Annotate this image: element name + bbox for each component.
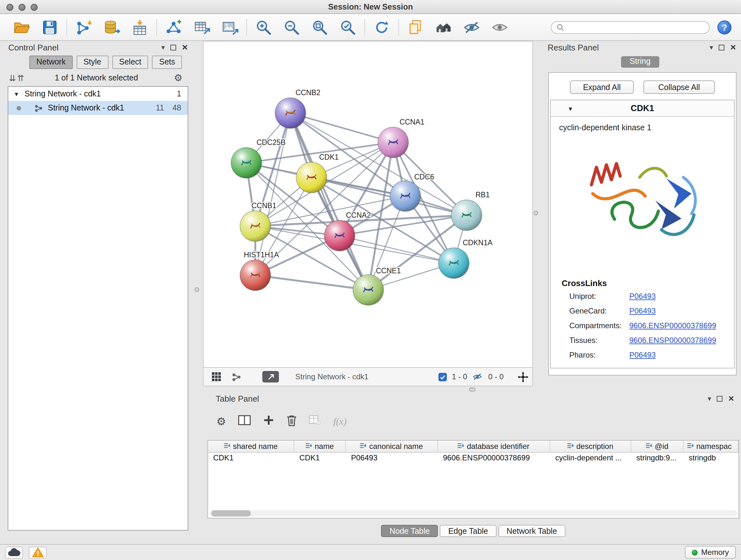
network-edge[interactable] xyxy=(290,113,393,142)
zoom-fit-button[interactable] xyxy=(310,17,329,37)
apply-layout-button[interactable] xyxy=(372,17,391,37)
search-input[interactable] xyxy=(567,22,704,32)
network-node-rb1[interactable]: RB1 xyxy=(451,191,490,231)
tab-node-table[interactable]: Node Table xyxy=(381,525,438,537)
panel-float-icon[interactable] xyxy=(171,44,176,50)
table-cell[interactable]: CDK1 xyxy=(208,453,294,463)
delete-column-button[interactable] xyxy=(287,414,297,429)
crosslink-value-link[interactable]: P06493 xyxy=(629,307,656,315)
network-node-cdk1[interactable]: CDK1 xyxy=(296,153,339,193)
crosslink-value-link[interactable]: P06493 xyxy=(629,351,656,360)
results-panel-title: Results Panel xyxy=(548,43,599,52)
show-graphics-button[interactable] xyxy=(490,17,509,37)
network-node-hist1h1a[interactable]: HIST1H1A xyxy=(240,251,279,291)
tab-edge-table[interactable]: Edge Table xyxy=(440,525,496,537)
pan-mode-button[interactable] xyxy=(518,368,529,386)
network-type-button[interactable] xyxy=(232,368,241,386)
copy-document-button[interactable] xyxy=(406,17,425,37)
show-columns-button[interactable] xyxy=(239,415,251,428)
tab-network[interactable]: Network xyxy=(29,56,73,69)
column-label: @id xyxy=(655,442,668,451)
column-header--id[interactable]: @id xyxy=(631,441,684,452)
column-header-database-identifier[interactable]: database identifier xyxy=(438,441,550,452)
node-label: CCNA1 xyxy=(400,118,424,126)
tab-sets[interactable]: Sets xyxy=(152,56,182,69)
scrollbar-thumb[interactable] xyxy=(211,510,251,516)
warnings-button[interactable] xyxy=(29,546,47,558)
column-header-shared-name[interactable]: shared name xyxy=(208,441,294,452)
cloud-icon xyxy=(8,548,20,557)
table-cell[interactable]: 9606.ENSP00000378699 xyxy=(438,453,550,463)
table-tabs: Node TableEdge TableNetwork Table xyxy=(207,525,739,537)
horizontal-scrollbar[interactable] xyxy=(209,510,737,516)
expand-all-button[interactable]: Expand All xyxy=(570,80,634,94)
detach-view-button[interactable] xyxy=(262,371,279,382)
zoom-selected-button[interactable] xyxy=(338,17,357,37)
splitter-handle[interactable] xyxy=(195,287,199,292)
tab-select[interactable]: Select xyxy=(112,56,148,69)
documents-icon xyxy=(407,18,424,36)
cloud-status-button[interactable] xyxy=(5,546,23,558)
panel-menu-icon[interactable]: ▾ xyxy=(161,44,165,51)
birdseye-view-button[interactable] xyxy=(212,368,221,386)
network-row-selected[interactable]: String Network - cdk1 11 48 xyxy=(8,101,188,115)
network-node-ccna1[interactable]: CCNA1 xyxy=(378,118,424,158)
table-settings-gear-icon[interactable]: ⚙ xyxy=(216,415,226,428)
network-node-cdkn1a[interactable]: CDKN1A xyxy=(439,239,493,278)
table-cell[interactable]: P06493 xyxy=(346,453,438,463)
table-cell[interactable]: stringdb:9... xyxy=(631,453,684,463)
table-cell[interactable]: stringdb xyxy=(684,453,738,463)
network-collection-row[interactable]: ▾ String Network - cdk1 1 xyxy=(8,87,188,101)
home-button[interactable] xyxy=(434,17,453,37)
network-edge[interactable] xyxy=(255,275,368,290)
zoom-out-button[interactable] xyxy=(282,17,301,37)
import-network-database-button[interactable] xyxy=(102,17,121,37)
create-column-button[interactable] xyxy=(263,415,275,428)
column-header-name[interactable]: name xyxy=(294,441,346,452)
toggle-graphics-details-button[interactable] xyxy=(462,17,481,37)
gear-icon[interactable]: ⚙ xyxy=(174,72,183,84)
export-table-button[interactable] xyxy=(192,17,211,37)
tree-expander-icon[interactable]: ▾ xyxy=(15,90,18,98)
panel-close-icon[interactable]: × xyxy=(182,44,188,51)
collapse-all-button[interactable]: Collapse All xyxy=(643,80,715,94)
tab-string[interactable]: String xyxy=(621,56,659,68)
network-canvas[interactable]: CCNB2CCNA1CDC25BCDK1CDC6RB1CCNB1CCNA2CDK… xyxy=(203,41,533,368)
import-table-icon xyxy=(131,18,149,36)
tab-network-table[interactable]: Network Table xyxy=(498,525,565,537)
zoom-window-icon[interactable] xyxy=(30,4,38,11)
column-header-namespac[interactable]: namespac xyxy=(684,441,738,452)
open-session-button[interactable] xyxy=(12,17,31,37)
save-session-button[interactable] xyxy=(40,17,59,37)
table-row[interactable]: CDK1CDK1P064939606.ENSP00000378699cyclin… xyxy=(208,453,738,463)
zoom-in-button[interactable] xyxy=(254,17,273,37)
selected-checkbox-icon[interactable] xyxy=(439,373,447,381)
import-table-button[interactable] xyxy=(130,17,149,37)
close-window-icon[interactable] xyxy=(6,4,13,11)
tab-style[interactable]: Style xyxy=(77,56,109,69)
panel-menu-icon[interactable]: ▾ xyxy=(708,395,711,401)
column-header-description[interactable]: description xyxy=(550,441,631,452)
new-network-from-selection-button[interactable] xyxy=(164,17,183,37)
table-cell[interactable]: CDK1 xyxy=(294,453,346,463)
splitter-handle[interactable] xyxy=(534,211,538,215)
table-cell[interactable]: cyclin-dependent ... xyxy=(550,453,631,463)
splitter-handle[interactable] xyxy=(469,388,475,391)
import-network-file-button[interactable] xyxy=(74,17,93,37)
crosslink-value-link[interactable]: 9606.ENSP00000378699 xyxy=(629,336,716,345)
panel-close-icon[interactable]: × xyxy=(728,395,734,401)
crosslink-value-link[interactable]: 9606.ENSP00000378699 xyxy=(629,322,716,330)
help-button[interactable]: ? xyxy=(718,20,731,34)
export-image-button[interactable] xyxy=(220,17,239,37)
network-edge[interactable] xyxy=(290,113,368,290)
panel-float-icon[interactable] xyxy=(717,395,723,401)
panel-menu-icon[interactable]: ▾ xyxy=(710,44,713,51)
memory-button[interactable]: Memory xyxy=(684,546,736,559)
minimize-window-icon[interactable] xyxy=(18,4,25,11)
crosslink-value-link[interactable]: P06493 xyxy=(629,293,656,301)
panel-float-icon[interactable] xyxy=(719,44,724,50)
column-header-canonical-name[interactable]: canonical name xyxy=(346,441,438,452)
network-node-ccnb2[interactable]: CCNB2 xyxy=(275,88,320,128)
network-edge[interactable] xyxy=(312,178,467,215)
panel-close-icon[interactable]: × xyxy=(730,44,736,51)
